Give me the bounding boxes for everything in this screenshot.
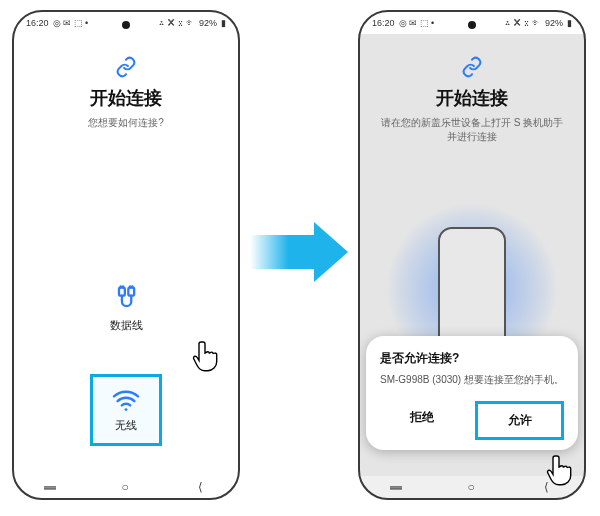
- page-subtitle: 您想要如何连接?: [72, 116, 180, 130]
- sheet-message: SM-G998B (3030) 想要连接至您的手机。: [380, 373, 564, 387]
- cable-icon: [112, 284, 140, 312]
- status-time: 16:20: [26, 18, 49, 28]
- status-indicators-right: ⁂ ✕ ⁙ ᯤ: [505, 18, 541, 28]
- battery-icon: ▮: [221, 18, 226, 28]
- page-title: 开始连接: [90, 86, 162, 110]
- link-icon: [115, 56, 137, 78]
- svg-rect-0: [119, 287, 125, 295]
- allow-button[interactable]: 允许: [475, 401, 564, 440]
- page-subtitle: 请在您的新盖乐世设备上打开 S 换机助手并进行连接: [360, 116, 584, 144]
- sheet-title: 是否允许连接?: [380, 350, 564, 367]
- svg-point-2: [125, 408, 128, 411]
- nav-back[interactable]: ⟨: [544, 480, 549, 494]
- page-title: 开始连接: [436, 86, 508, 110]
- option-wireless-label: 无线: [115, 418, 137, 433]
- permission-sheet: 是否允许连接? SM-G998B (3030) 想要连接至您的手机。 拒绝 允许: [366, 336, 578, 450]
- camera-hole: [468, 21, 476, 29]
- link-icon: [461, 56, 483, 78]
- arrow-icon: [250, 222, 350, 282]
- nav-bar: ||| ○ ⟨: [360, 476, 584, 498]
- status-time: 16:20: [372, 18, 395, 28]
- wifi-icon: [111, 388, 141, 412]
- status-battery: 92%: [545, 18, 563, 28]
- status-indicators-left: ◎ ✉ ⬚ •: [399, 18, 435, 28]
- screen-left: 开始连接 您想要如何连接? 数据线: [14, 34, 238, 476]
- option-wireless[interactable]: 无线: [90, 374, 162, 446]
- nav-recent[interactable]: |||: [389, 485, 403, 488]
- camera-hole: [122, 21, 130, 29]
- option-cable-label: 数据线: [110, 318, 143, 333]
- nav-home[interactable]: ○: [468, 480, 475, 494]
- nav-bar: ||| ○ ⟨: [14, 476, 238, 498]
- phone-left: 16:20 ◎ ✉ ⬚ • ⁂ ✕ ⁙ ᯤ 92% ▮ 开始连接 您想要如何连接…: [12, 10, 240, 500]
- phone-right: 16:20 ◎ ✉ ⬚ • ⁂ ✕ ⁙ ᯤ 92% ▮ 开始连接 请在您的新盖乐…: [358, 10, 586, 500]
- option-cable[interactable]: 数据线: [90, 272, 162, 344]
- deny-button[interactable]: 拒绝: [380, 401, 463, 440]
- status-indicators-right: ⁂ ✕ ⁙ ᯤ: [159, 18, 195, 28]
- battery-icon: ▮: [567, 18, 572, 28]
- nav-back[interactable]: ⟨: [198, 480, 203, 494]
- status-battery: 92%: [199, 18, 217, 28]
- device-outline-icon: [438, 227, 506, 351]
- nav-recent[interactable]: |||: [43, 485, 57, 488]
- status-indicators-left: ◎ ✉ ⬚ •: [53, 18, 89, 28]
- svg-rect-1: [128, 287, 134, 295]
- screen-right: 开始连接 请在您的新盖乐世设备上打开 S 换机助手并进行连接 正在搜索附近设备 …: [360, 34, 584, 476]
- nav-home[interactable]: ○: [122, 480, 129, 494]
